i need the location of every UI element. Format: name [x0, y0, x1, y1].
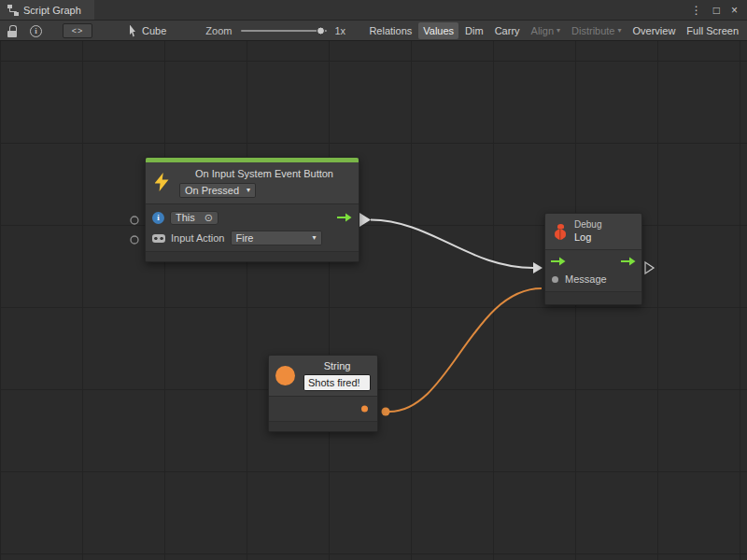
lightning-icon [155, 173, 169, 191]
script-graph-icon [7, 5, 19, 16]
event-node-header: On Input System Event Button On Pressed … [146, 162, 359, 203]
message-port[interactable] [552, 276, 558, 283]
info-icon[interactable]: i [30, 25, 42, 37]
node-string[interactable]: String [268, 355, 378, 432]
string-node-body [269, 396, 377, 421]
event-flow-output-port[interactable] [359, 213, 371, 227]
node-footer [146, 251, 359, 261]
tab-title: Script Graph [23, 5, 81, 16]
toolbar-button-values[interactable]: Values [418, 22, 458, 39]
this-target-field[interactable]: This ⊙ [170, 211, 218, 225]
debug-node-title: Log [574, 231, 601, 245]
wire-arrowhead [533, 262, 543, 273]
toolbar-button-relations[interactable]: Relations [364, 22, 416, 39]
zoom-slider[interactable] [241, 30, 327, 32]
dropdown-caret-icon: ▾ [312, 234, 316, 242]
zoom-label: Zoom [205, 25, 232, 36]
node-footer [545, 291, 641, 304]
flow-output-port[interactable] [337, 213, 352, 222]
tab-script-graph[interactable]: Script Graph [0, 0, 94, 21]
string-type-icon [275, 366, 295, 385]
debug-flow-row [545, 249, 641, 271]
string-node-header: String [269, 356, 377, 396]
zoom-value: 1x [334, 25, 345, 36]
wire-string-to-message[interactable] [389, 288, 542, 412]
graph-canvas[interactable]: On Input System Event Button On Pressed … [0, 41, 747, 560]
trigger-dropdown[interactable]: On Pressed ▾ [179, 183, 256, 198]
input-action-dropdown[interactable]: Fire ▾ [231, 231, 322, 245]
graph-toolbar: i <> Cube Zoom 1x Relations Values Dim C… [0, 21, 747, 41]
node-on-input-system-event-button[interactable]: On Input System Event Button On Pressed … [145, 157, 359, 262]
toolbar-button-align[interactable]: Align ▾ [527, 22, 565, 39]
maximize-button[interactable]: □ [713, 5, 720, 16]
debug-flow-output-port-external[interactable] [645, 262, 654, 273]
wire-event-to-log[interactable] [371, 220, 533, 269]
event-node-title: On Input System Event Button [176, 166, 353, 179]
event-node-body: i This ⊙ Input Action Fire ▾ [146, 203, 359, 251]
flow-input-port[interactable] [551, 257, 566, 266]
dropdown-caret-icon: ▾ [557, 27, 560, 35]
string-value-input[interactable] [303, 374, 371, 391]
node-footer [269, 421, 377, 431]
event-this-port[interactable] [131, 217, 138, 224]
node-debug-log[interactable]: Debug Log Message [544, 213, 642, 305]
cursor-icon [130, 25, 138, 37]
flow-output-port[interactable] [621, 257, 636, 266]
lock-icon[interactable] [7, 25, 17, 37]
target-object-label: Cube [142, 25, 166, 36]
input-action-icon [152, 234, 165, 243]
string-output-port-external[interactable] [382, 408, 390, 416]
close-button[interactable]: × [731, 5, 738, 16]
message-row: Message [545, 271, 641, 291]
toolbar-button-full-screen[interactable]: Full Screen [682, 22, 743, 39]
string-output-port[interactable] [361, 406, 368, 413]
dropdown-caret-icon: ▾ [247, 187, 250, 194]
toolbar-button-distribute[interactable]: Distribute ▾ [567, 22, 626, 39]
toolbar-button-overview[interactable]: Overview [628, 22, 681, 39]
dropdown-caret-icon: ▾ [618, 27, 622, 35]
zoom-slider-knob[interactable] [317, 27, 325, 35]
object-picker-icon: ⊙ [204, 212, 213, 224]
bug-icon [553, 224, 568, 240]
window-menu-button[interactable]: ⋮ [691, 5, 702, 16]
input-action-row: Input Action Fire ▾ [152, 229, 352, 247]
input-action-label: Input Action [171, 232, 225, 244]
this-row: i This ⊙ [152, 208, 352, 227]
toolbar-buttons: Relations Values Dim Carry Align ▾ Distr… [364, 22, 747, 39]
debug-node-header: Debug Log [545, 214, 641, 249]
string-node-title: String [324, 360, 351, 371]
code-button[interactable]: <> [63, 23, 92, 38]
message-label: Message [565, 273, 607, 285]
event-input-action-port[interactable] [131, 236, 138, 244]
debug-category-label: Debug [574, 219, 601, 231]
info-icon: i [152, 212, 164, 224]
toolbar-button-carry[interactable]: Carry [490, 22, 525, 39]
toolbar-button-dim[interactable]: Dim [460, 22, 488, 39]
titlebar: Script Graph ⋮ □ × [0, 0, 747, 21]
